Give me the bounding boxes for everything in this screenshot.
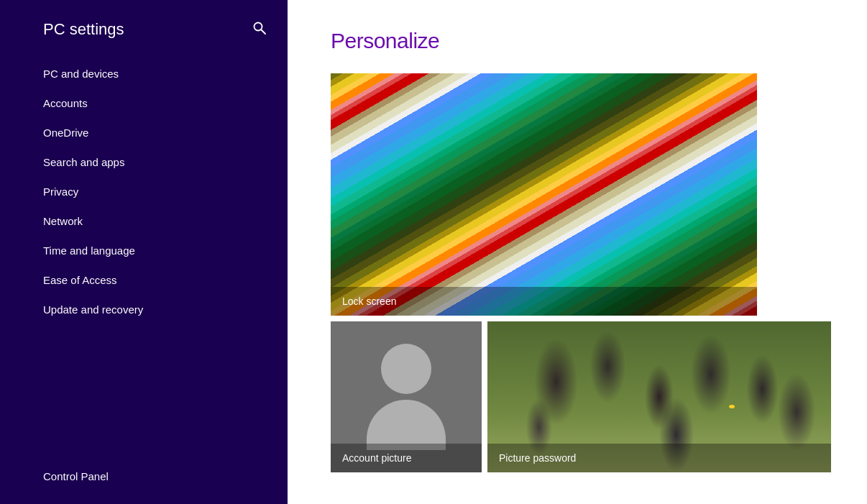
bottom-tiles: Account picture Picture password (331, 321, 831, 472)
account-picture-label: Account picture (331, 444, 482, 472)
search-icon (253, 22, 266, 35)
lock-screen-tile[interactable]: Lock screen (331, 73, 757, 316)
sidebar-header: PC settings (0, 0, 288, 59)
search-button[interactable] (253, 22, 266, 38)
main-content: Personalize Lock screen Account picture (288, 0, 867, 504)
sidebar-item-ease-of-access[interactable]: Ease of Access (0, 265, 288, 295)
svg-line-1 (262, 29, 266, 34)
sidebar-item-update-and-recovery[interactable]: Update and recovery (0, 295, 288, 324)
avatar-body (367, 400, 446, 450)
tiles-container: Lock screen Account picture Picture pass… (331, 73, 831, 472)
picture-password-label: Picture password (487, 444, 831, 472)
account-picture-tile[interactable]: Account picture (331, 321, 482, 472)
nav-list: PC and devices Accounts OneDrive Search … (0, 59, 288, 456)
picture-password-tile[interactable]: Picture password (487, 321, 831, 472)
sidebar-item-time-and-language[interactable]: Time and language (0, 236, 288, 265)
sidebar: PC settings PC and devices Accounts OneD… (0, 0, 288, 504)
avatar-head (381, 344, 431, 394)
sidebar-item-pc-and-devices[interactable]: PC and devices (0, 59, 288, 88)
sidebar-item-search-and-apps[interactable]: Search and apps (0, 147, 288, 177)
sidebar-title: PC settings (43, 20, 124, 39)
lock-screen-image (331, 73, 757, 316)
sidebar-item-onedrive[interactable]: OneDrive (0, 118, 288, 147)
bee-decoration (729, 405, 735, 408)
lock-screen-label: Lock screen (331, 287, 757, 316)
control-panel-link[interactable]: Control Panel (0, 456, 288, 504)
page-title: Personalize (331, 29, 831, 53)
sidebar-item-network[interactable]: Network (0, 206, 288, 236)
svg-point-0 (254, 22, 262, 30)
sidebar-item-privacy[interactable]: Privacy (0, 177, 288, 206)
sidebar-item-accounts[interactable]: Accounts (0, 88, 288, 118)
